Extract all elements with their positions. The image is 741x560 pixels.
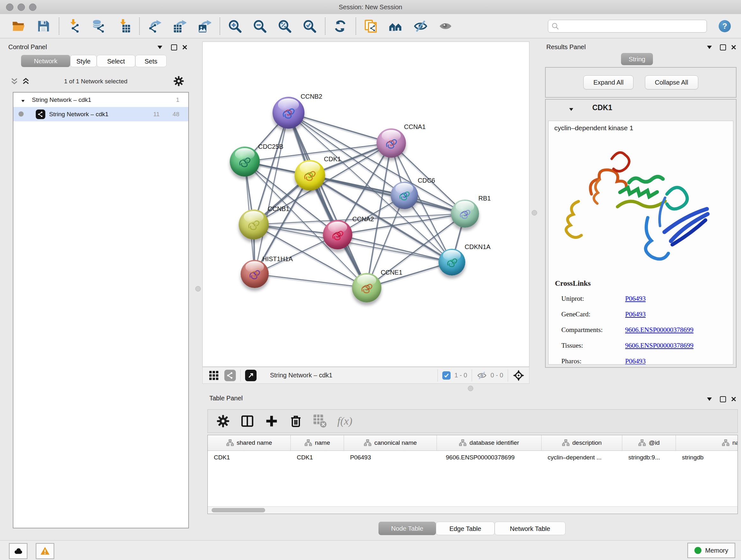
export-image-button[interactable] <box>197 18 212 34</box>
collapse-section-icon[interactable] <box>568 107 575 112</box>
import-table-file-button[interactable] <box>116 18 131 34</box>
zoom-in-button[interactable] <box>227 18 243 34</box>
expand-all-button[interactable]: Expand All <box>583 75 633 89</box>
network-node-CCNB2[interactable] <box>273 97 305 129</box>
window-title: Session: New Session <box>0 0 741 14</box>
memory-button[interactable]: Memory <box>687 543 735 558</box>
column-header-canonicalname[interactable]: canonical name <box>344 435 437 450</box>
scrollbar-thumb[interactable] <box>212 508 265 512</box>
table-row[interactable]: CDK1CDK1P064939606.ENSP00000378699cyclin… <box>208 451 738 464</box>
open-session-button[interactable] <box>11 18 26 34</box>
network-node-RB1[interactable] <box>451 199 479 228</box>
close-panel-icon[interactable] <box>731 44 737 50</box>
table-cell: 9606.ENSP00000378699 <box>437 454 542 461</box>
panel-menu-icon[interactable] <box>706 396 713 402</box>
close-panel-icon[interactable] <box>182 44 188 50</box>
crosslink-link[interactable]: P06493 <box>625 357 646 365</box>
column-header-sharedname[interactable]: shared name <box>208 435 291 450</box>
tab-network[interactable]: Network <box>21 55 70 67</box>
node-label-CDC25B: CDC25B <box>258 143 283 150</box>
cloud-status-button[interactable] <box>9 543 27 559</box>
panel-divider-grip[interactable] <box>532 210 537 215</box>
search-input[interactable] <box>562 22 706 30</box>
export-table-button[interactable] <box>172 18 187 34</box>
crosslink-link[interactable]: P06493 <box>625 295 646 303</box>
network-node-CCNE1[interactable] <box>352 273 381 302</box>
table-toolbar: f(x) <box>207 409 738 433</box>
selected-checkbox-icon[interactable] <box>442 371 451 380</box>
network-node-CDC25B[interactable] <box>230 146 260 177</box>
tab-select[interactable]: Select <box>97 55 135 67</box>
zoom-selected-button[interactable] <box>302 18 317 34</box>
float-panel-icon[interactable] <box>171 44 177 51</box>
show-all-button[interactable] <box>438 18 453 34</box>
warnings-button[interactable] <box>36 543 54 559</box>
column-header-description[interactable]: description <box>542 435 622 450</box>
delete-column-icon[interactable] <box>289 414 303 428</box>
column-header-namespace[interactable]: namespace <box>676 435 738 450</box>
search-box[interactable] <box>548 20 707 33</box>
hidden-eye-icon[interactable] <box>476 371 487 380</box>
string-protein-query-button[interactable] <box>388 18 403 34</box>
column-header-databaseidentifier[interactable]: database identifier <box>437 435 542 450</box>
tab-edge-table[interactable]: Edge Table <box>436 522 495 535</box>
network-node-CDK1[interactable] <box>294 160 325 191</box>
panel-menu-icon[interactable] <box>156 45 163 51</box>
network-node-CCNA1[interactable] <box>377 128 406 158</box>
crosslink-label: Pharos: <box>561 357 582 365</box>
export-network-icon <box>147 19 161 33</box>
tab-node-table[interactable]: Node Table <box>379 522 436 535</box>
results-panel-title: Results Panel <box>546 44 586 51</box>
import-network-database-button[interactable] <box>91 18 107 34</box>
zoom-fit-button[interactable] <box>277 18 292 34</box>
panel-divider-grip[interactable] <box>195 286 201 292</box>
crosslink-link[interactable]: 9606.ENSP00000378699 <box>625 326 693 334</box>
network-canvas[interactable]: CCNB2CCNA1CDC25BCDK1CDC6RB1CCNB1CCNA2CDK… <box>202 42 529 367</box>
network-node-CCNA2[interactable] <box>323 220 352 249</box>
table-options-gear-icon[interactable] <box>216 414 230 428</box>
column-header-name[interactable]: name <box>291 435 344 450</box>
network-row-selected[interactable]: String Network – cdk1 11 48 <box>13 107 188 121</box>
network-node-CCNB1[interactable] <box>239 209 269 240</box>
copy-network-button[interactable] <box>363 18 379 34</box>
show-columns-icon[interactable] <box>240 414 254 428</box>
crosslink-link[interactable]: 9606.ENSP00000378699 <box>625 341 693 350</box>
network-label: String Network – cdk1 <box>49 111 109 118</box>
network-node-HIST1H1A[interactable] <box>241 260 269 288</box>
tab-string[interactable]: String <box>621 53 653 65</box>
column-header-id[interactable]: @id <box>622 435 676 450</box>
add-column-icon[interactable] <box>265 414 279 428</box>
close-panel-icon[interactable] <box>731 396 737 402</box>
function-builder-icon: f(x) <box>337 414 352 428</box>
help-button[interactable]: ? <box>719 20 731 32</box>
tab-style[interactable]: Style <box>70 55 97 67</box>
float-panel-icon[interactable] <box>720 44 726 51</box>
network-node-CDKN1A[interactable] <box>439 249 465 275</box>
network-node-CDC6[interactable] <box>391 182 418 209</box>
collapse-all-button[interactable]: Collapse All <box>645 75 698 89</box>
collection-expand-icon[interactable] <box>20 98 25 102</box>
network-edges[interactable] <box>203 42 529 367</box>
panel-divider-grip[interactable] <box>468 386 473 391</box>
grid-view-icon[interactable] <box>208 370 219 381</box>
crosslink-label: GeneCard: <box>561 310 590 318</box>
float-panel-icon[interactable] <box>720 396 726 402</box>
network-collection-row[interactable]: String Network – cdk1 1 <box>13 92 188 107</box>
horizontal-scrollbar[interactable] <box>208 506 738 514</box>
network-options-gear-icon[interactable] <box>173 75 185 87</box>
import-network-file-button[interactable] <box>66 18 82 34</box>
control-panel: Control Panel NetworkStyleSelectSets 1 o… <box>3 41 189 531</box>
network-share-toggle-icon[interactable] <box>224 370 236 381</box>
refresh-view-button[interactable] <box>333 18 348 34</box>
tab-network-table[interactable]: Network Table <box>495 522 565 535</box>
panel-menu-icon[interactable] <box>706 45 713 51</box>
node-table[interactable]: shared namenamecanonical namedatabase id… <box>207 435 738 514</box>
zoom-out-button[interactable] <box>252 18 267 34</box>
crosslink-link[interactable]: P06493 <box>625 310 646 318</box>
open-in-new-icon[interactable] <box>245 370 257 381</box>
export-network-button[interactable] <box>147 18 162 34</box>
save-session-button[interactable] <box>36 18 51 34</box>
tab-sets[interactable]: Sets <box>135 55 166 67</box>
birdseye-icon[interactable] <box>513 369 525 381</box>
hide-selected-button[interactable] <box>413 18 428 34</box>
